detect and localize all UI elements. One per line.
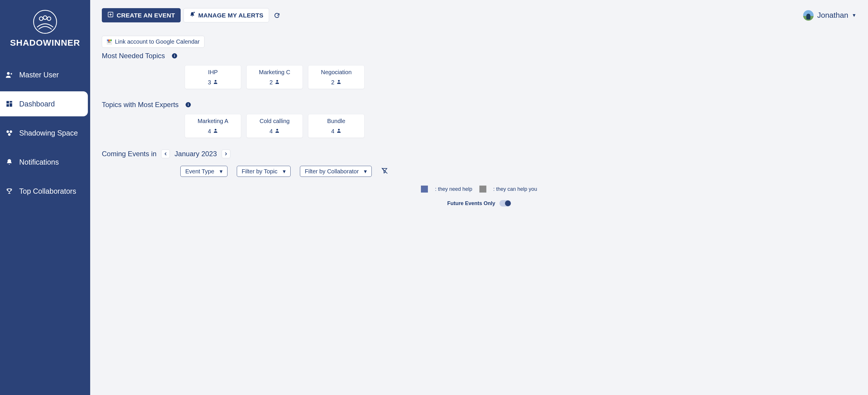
svg-point-17 (276, 129, 278, 131)
topic-count-value: 4 (208, 128, 211, 135)
person-icon (275, 128, 280, 135)
topic-count-value: 2 (269, 79, 273, 86)
filter-by-topic[interactable]: Filter by Topic ▾ (237, 166, 290, 177)
refresh-button[interactable] (272, 11, 282, 20)
legend-need-label: : they need help (435, 186, 472, 192)
svg-point-4 (7, 72, 9, 75)
clear-filters-button[interactable] (381, 167, 388, 175)
topic-count: 4 (249, 128, 300, 135)
person-icon (213, 79, 218, 86)
info-icon[interactable]: i (186, 102, 191, 107)
most-experts-header: Topics with Most Experts i (102, 101, 856, 109)
user-name: Jonathan (817, 11, 848, 20)
filter-event-type[interactable]: Event Type ▾ (180, 166, 227, 177)
svg-point-11 (8, 133, 11, 136)
topic-card[interactable]: Cold calling 4 (246, 114, 303, 138)
most-needed-title: Most Needed Topics (102, 52, 165, 60)
topic-count: 4 (187, 128, 239, 135)
topic-card[interactable]: Marketing A 4 (185, 114, 241, 138)
topic-name: Cold calling (249, 118, 300, 124)
caret-down-icon: ▾ (364, 168, 367, 175)
coming-events-prefix: Coming Events in (102, 150, 156, 158)
svg-point-9 (6, 130, 9, 133)
topic-card[interactable]: Bundle 4 (308, 114, 365, 138)
filters-row: Event Type ▾ Filter by Topic ▾ Filter by… (102, 166, 856, 177)
topic-card[interactable]: Negociation 2 (308, 65, 365, 89)
topic-count: 2 (311, 79, 362, 86)
sidebar-nav: Master User Dashboard Shadowing Space No… (0, 62, 90, 208)
sidebar-item-label: Dashboard (19, 100, 55, 108)
caret-down-icon: ▾ (220, 168, 222, 175)
topic-card[interactable]: IHP 3 (185, 65, 241, 89)
prev-month-button[interactable] (161, 150, 170, 158)
future-events-toggle[interactable] (499, 200, 511, 207)
user-menu[interactable]: Jonathan ▼ (803, 10, 856, 21)
topic-name: Marketing A (187, 118, 239, 124)
coming-events-header: Coming Events in January 2023 (102, 150, 856, 158)
person-icon (275, 79, 280, 86)
svg-rect-7 (9, 103, 12, 107)
topic-card[interactable]: Marketing C 2 (246, 65, 303, 89)
topic-count-value: 2 (331, 79, 334, 86)
svg-point-3 (47, 17, 51, 21)
main-content: CREATE AN EVENT MANAGE MY ALERTS Jonatha… (90, 0, 868, 395)
svg-point-18 (338, 129, 340, 131)
sidebar-item-notifications[interactable]: Notifications (0, 150, 90, 175)
filter-off-icon (381, 167, 388, 174)
current-month: January 2023 (175, 150, 217, 158)
create-event-label: CREATE AN EVENT (117, 12, 175, 19)
sidebar-item-dashboard[interactable]: Dashboard (0, 91, 88, 116)
topic-name: Marketing C (249, 69, 300, 75)
topbar-actions: CREATE AN EVENT MANAGE MY ALERTS (102, 8, 282, 22)
person-icon (336, 79, 341, 86)
app-name: SHADOWINNER (6, 38, 84, 48)
create-event-button[interactable]: CREATE AN EVENT (102, 8, 181, 22)
svg-rect-8 (6, 104, 9, 107)
filter-label: Event Type (185, 168, 214, 175)
info-icon[interactable]: i (172, 53, 177, 58)
most-needed-cards: IHP 3 Marketing C 2 Negociation 2 (102, 65, 856, 89)
future-events-label: Future Events Only (447, 201, 495, 207)
master-user-icon (5, 71, 13, 79)
next-month-button[interactable] (222, 150, 230, 158)
svg-point-16 (215, 129, 216, 131)
svg-point-10 (9, 130, 12, 133)
topic-count-value: 4 (269, 128, 273, 135)
bell-icon (5, 158, 13, 166)
manage-alerts-button[interactable]: MANAGE MY ALERTS (184, 8, 269, 22)
svg-rect-6 (9, 101, 12, 102)
shadowing-space-icon (5, 129, 13, 137)
topic-count-value: 4 (331, 128, 334, 135)
link-google-calendar-button[interactable]: Link account to Google Calendar (102, 36, 205, 48)
legend-swatch-need (421, 186, 428, 192)
plus-square-icon (107, 11, 114, 19)
person-icon (336, 128, 341, 135)
logo-area: SHADOWINNER (0, 9, 90, 56)
legend: : they need help : they can help you (102, 186, 856, 192)
sidebar-item-master-user[interactable]: Master User (0, 62, 90, 87)
bell-plus-icon (189, 11, 195, 19)
google-calendar-icon (107, 39, 112, 44)
sidebar-item-top-collaborators[interactable]: Top Collaborators (0, 179, 90, 204)
caret-down-icon: ▼ (852, 13, 856, 18)
filter-label: Filter by Collaborator (305, 168, 359, 175)
filter-label: Filter by Topic (242, 168, 278, 175)
link-gcal-label: Link account to Google Calendar (115, 38, 199, 45)
dashboard-icon (5, 100, 13, 108)
person-icon (213, 128, 218, 135)
most-needed-header: Most Needed Topics i (102, 52, 856, 60)
manage-alerts-label: MANAGE MY ALERTS (198, 12, 264, 19)
sidebar-item-shadowing-space[interactable]: Shadowing Space (0, 120, 90, 146)
svg-point-15 (338, 80, 340, 82)
topbar: CREATE AN EVENT MANAGE MY ALERTS Jonatha… (102, 8, 856, 22)
topic-count: 3 (187, 79, 239, 86)
sidebar-item-label: Top Collaborators (19, 187, 76, 195)
app-logo-icon (32, 9, 58, 35)
refresh-icon (274, 12, 280, 19)
svg-point-14 (276, 80, 278, 82)
trophy-icon (5, 187, 13, 195)
chevron-right-icon (224, 152, 228, 156)
caret-down-icon: ▾ (283, 168, 286, 175)
topic-count: 2 (249, 79, 300, 86)
filter-by-collaborator[interactable]: Filter by Collaborator ▾ (300, 166, 372, 177)
